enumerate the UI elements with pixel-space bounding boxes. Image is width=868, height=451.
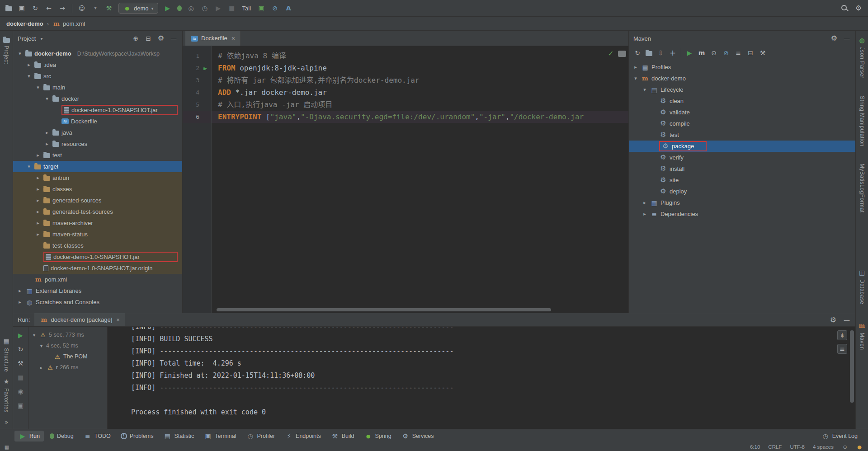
- collapse-arrow-icon[interactable]: ▾: [35, 85, 41, 90]
- soft-wrap-icon-button[interactable]: ≡: [837, 344, 847, 354]
- wrench-green-icon[interactable]: ⚒: [105, 4, 113, 12]
- eye-icon[interactable]: ◉: [17, 387, 25, 395]
- breadcrumb-project[interactable]: docker-demo: [6, 20, 43, 27]
- sync-icon[interactable]: ↻: [633, 49, 642, 57]
- project-node-generated-test-sources[interactable]: ▸generated-test-sources: [13, 206, 182, 217]
- tail-window-icon[interactable]: ▣: [257, 4, 265, 12]
- maven-node-clean[interactable]: ⚙clean: [629, 95, 855, 107]
- code-line[interactable]: # 将所有 jar 包都添加进来,并命别名为docker-demo.jar: [218, 74, 628, 86]
- toolwindow-button-event-log[interactable]: ◷Event Log: [817, 431, 862, 442]
- profiler-clock-icon[interactable]: ◷: [201, 4, 209, 12]
- toolwindow-button-endpoints[interactable]: ⚡Endpoints: [281, 431, 325, 442]
- toolwindow-button-build[interactable]: ⚒Build: [327, 431, 359, 442]
- settings-icon[interactable]: ⚙: [854, 4, 863, 12]
- maven-node-profiles[interactable]: ▸▤Profiles: [629, 61, 855, 73]
- run-disabled-icon[interactable]: ▶: [214, 4, 222, 12]
- camera-icon[interactable]: ▣: [17, 401, 25, 409]
- save-icon[interactable]: ▣: [18, 4, 26, 12]
- run-console[interactable]: [INFO] ---------------------------------…: [108, 327, 855, 429]
- expand-arrow-icon[interactable]: ▸: [44, 130, 50, 136]
- expand-arrow-icon[interactable]: ▸: [642, 200, 648, 206]
- project-node-main[interactable]: ▾main: [13, 82, 182, 93]
- project-node-maven-status[interactable]: ▸maven-status: [13, 229, 182, 240]
- toolwindow-button-database[interactable]: ◫Database: [858, 266, 866, 307]
- search-icon[interactable]: [841, 5, 848, 12]
- breadcrumb-file[interactable]: m pom.xml: [52, 19, 85, 28]
- caret-down-icon[interactable]: ▾: [91, 4, 99, 12]
- minimize-icon[interactable]: —: [170, 34, 178, 42]
- collapse-all-icon[interactable]: ⊟: [746, 49, 755, 57]
- toolwindow-button-structure[interactable]: ▦Structure: [2, 334, 10, 375]
- wrench-icon[interactable]: ⚒: [759, 49, 767, 57]
- collapse-arrow-icon[interactable]: ▾: [31, 333, 37, 338]
- run-tree-row[interactable]: ▾4 sec, 52 ms: [28, 340, 107, 351]
- forward-icon[interactable]: →: [58, 4, 66, 12]
- expand-arrow-icon[interactable]: ▸: [17, 288, 23, 294]
- toolwindow-button-spring[interactable]: ●Spring: [360, 431, 395, 442]
- toolwindow-button-profiler[interactable]: ◷Profiler: [242, 431, 279, 442]
- project-node-external-libraries[interactable]: ▸▥External Libraries: [13, 285, 182, 296]
- close-icon[interactable]: ×: [116, 316, 120, 323]
- toolwindow-button-mybatislogformat[interactable]: MyBatisLogFormat: [859, 161, 865, 216]
- expand-arrow-icon[interactable]: ▸: [35, 231, 41, 237]
- download-icon[interactable]: ⇩: [656, 49, 665, 57]
- collapse-arrow-icon[interactable]: ▾: [17, 51, 23, 56]
- maven-node-deploy[interactable]: ⚙deploy: [629, 186, 855, 197]
- skip-tests-icon[interactable]: ⊙: [710, 49, 718, 57]
- line-separator[interactable]: CRLF: [768, 444, 782, 450]
- project-node-generated-sources[interactable]: ▸generated-sources: [13, 195, 182, 206]
- notify-icon[interactable]: ●: [856, 444, 863, 450]
- collapse-arrow-icon[interactable]: ▾: [26, 164, 32, 169]
- collapse-arrow-icon[interactable]: ▾: [38, 343, 44, 348]
- toolwindow-button-problems[interactable]: !Problems: [117, 432, 158, 441]
- tail-button[interactable]: Tail: [241, 5, 252, 12]
- maven-node-verify[interactable]: ⚙verify: [629, 152, 855, 163]
- coverage-icon[interactable]: ◎: [187, 4, 195, 12]
- collapse-arrow-icon[interactable]: ▾: [26, 73, 32, 79]
- expand-arrow-icon[interactable]: ▸: [35, 197, 41, 203]
- collapse-all-icon[interactable]: ⊟: [144, 34, 152, 42]
- project-node-target[interactable]: ▾target: [13, 161, 182, 172]
- code-line[interactable]: FROM openjdk:8-jdk-alpine: [218, 62, 628, 74]
- toolwindow-button-string-manipulation[interactable]: String Manipulation: [859, 93, 865, 149]
- project-node-docker-demo-1-0-snapshot-jar-origin[interactable]: docker-demo-1.0-SNAPSHOT.jar.origin: [13, 263, 182, 274]
- run-tree-row[interactable]: ▾⚠5 sec, 773 ms: [28, 329, 107, 340]
- console-scrollbar[interactable]: [850, 330, 854, 403]
- expand-arrow-icon[interactable]: ▸: [35, 209, 41, 215]
- toolwindow-button-json-parser[interactable]: ◍Json Parser: [858, 33, 866, 81]
- project-node-scratches-and-consoles[interactable]: ▸◍Scratches and Consoles: [13, 296, 182, 308]
- collapse-arrow-icon[interactable]: ▾: [642, 87, 648, 93]
- back-icon[interactable]: ←: [45, 4, 53, 12]
- run-tree-row[interactable]: ▸⚠r266 ms: [28, 362, 107, 373]
- run-gutter-icon[interactable]: ▸▸: [199, 64, 209, 72]
- run-configuration-select[interactable]: ●demo▾: [118, 3, 158, 14]
- project-node-pom-xml[interactable]: mpom.xml: [13, 274, 182, 285]
- toolwindow-button-todo[interactable]: ≡TODO: [80, 431, 115, 442]
- project-node-docker-demo-1-0-snapshot-jar[interactable]: docker-demo-1.0-SNAPSHOT.jar: [13, 104, 182, 116]
- toolwindow-button-debug[interactable]: Debug: [46, 432, 78, 441]
- project-node-dockerfile[interactable]: ≈Dockerfile: [13, 116, 182, 127]
- stop-icon[interactable]: ■: [228, 4, 236, 12]
- maven-node-dependencies[interactable]: ▸≡Dependencies: [629, 208, 855, 220]
- expand-arrow-icon[interactable]: ▸: [35, 152, 41, 158]
- add-icon[interactable]: +: [669, 49, 677, 57]
- open-folder-icon[interactable]: [5, 6, 12, 11]
- profiles-list-icon[interactable]: ≡: [734, 49, 742, 57]
- project-node-test[interactable]: ▸test: [13, 150, 182, 161]
- translate-icon[interactable]: A: [284, 4, 292, 12]
- file-encoding[interactable]: UTF-8: [790, 444, 805, 450]
- settings-icon[interactable]: ⚙: [157, 34, 165, 42]
- indent-style[interactable]: 4 spaces: [813, 444, 834, 450]
- toolwindow-button-terminal[interactable]: ▣Terminal: [200, 431, 240, 442]
- run-icon[interactable]: ▶: [685, 49, 693, 57]
- rerun-icon[interactable]: ▶: [17, 331, 25, 339]
- maven-node-install[interactable]: ⚙install: [629, 163, 855, 174]
- toolwindow-button-run[interactable]: ▶Run: [14, 431, 44, 442]
- caret-position[interactable]: 6:10: [750, 444, 760, 450]
- run-icon[interactable]: ▶: [164, 4, 172, 12]
- toolwindow-button-statistic[interactable]: ▤Statistic: [159, 431, 198, 442]
- settings-icon[interactable]: ⚙: [829, 316, 837, 324]
- toolwindow-button-project[interactable]: Project: [3, 34, 10, 67]
- minimize-icon[interactable]: —: [843, 316, 851, 324]
- maven-node-lifecycle[interactable]: ▾▤Lifecycle: [629, 84, 855, 95]
